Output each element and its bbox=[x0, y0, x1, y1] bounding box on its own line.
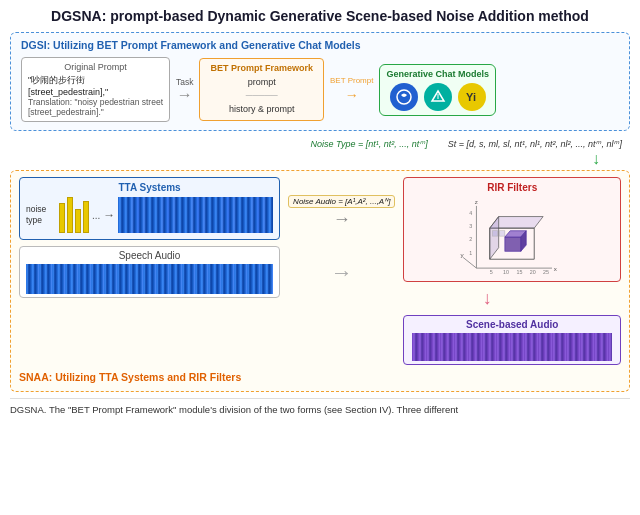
chat-icon-1 bbox=[396, 89, 412, 105]
bet-box: BET Prompt Framework prompt ───── histor… bbox=[199, 58, 324, 122]
bar-2 bbox=[67, 197, 73, 233]
speech-audio-title: Speech Audio bbox=[26, 250, 273, 261]
orig-prompt-line3: Translation: "noisy pedestrian street bbox=[28, 97, 163, 107]
tta-waveform bbox=[118, 197, 273, 233]
dots-label: ... bbox=[92, 210, 100, 221]
st-formula: St = [d, s, ml, sl, nt¹, nl¹, nt², nl², … bbox=[448, 139, 622, 149]
yellow-bars bbox=[59, 197, 89, 233]
bet-prompt-label: BET Prompt bbox=[330, 76, 373, 85]
page-title: DGSNA: prompt-based Dynamic Generative S… bbox=[10, 8, 630, 24]
noise-audio-label: Noise Audio = [A¹,A², ...,Aᴺ] bbox=[288, 195, 395, 208]
caption: DGSNA. The "BET Prompt Framework" module… bbox=[10, 398, 630, 416]
rir-3d-container: x z y 5 10 15 20 25 1 2 3 bbox=[410, 197, 614, 277]
green-down-arrow-icon: ↓ bbox=[592, 150, 600, 168]
speech-waveform bbox=[26, 264, 273, 294]
small-right-arrow-icon: → bbox=[103, 208, 115, 222]
speech-row bbox=[26, 264, 273, 294]
scene-audio-title: Scene-based Audio bbox=[412, 319, 612, 330]
bet-divider: ───── bbox=[210, 89, 313, 103]
chat-icon-2 bbox=[430, 89, 446, 105]
right-arrow-icon: → bbox=[177, 87, 193, 103]
orig-prompt-line2: [street_pedestrain]," bbox=[28, 87, 163, 97]
svg-text:25: 25 bbox=[543, 269, 549, 275]
gen-chat-box: Generative Chat Models bbox=[379, 64, 496, 116]
svg-rect-22 bbox=[505, 237, 521, 251]
orig-prompt-line4: [street_pedestrain]." bbox=[28, 107, 163, 117]
original-prompt-box: Original Prompt "吵闹的步行街 [street_pedestra… bbox=[21, 57, 170, 122]
orig-prompt-title: Original Prompt bbox=[28, 62, 163, 72]
task-label: Task bbox=[176, 77, 193, 87]
dgsi-label: DGSI: Utilizing BET Prompt Framework and… bbox=[21, 39, 619, 51]
svg-text:y: y bbox=[461, 251, 465, 258]
bet-title: BET Prompt Framework bbox=[210, 63, 313, 73]
scene-audio-waveform bbox=[412, 333, 612, 361]
gen-icons: Yi bbox=[386, 83, 489, 111]
bar-4 bbox=[83, 201, 89, 233]
noise-label: noisetype bbox=[26, 204, 56, 226]
svg-text:5: 5 bbox=[490, 269, 493, 275]
svg-line-6 bbox=[463, 257, 476, 268]
noise-audio-section: Noise Audio = [A¹,A², ...,Aᴺ] → → bbox=[288, 177, 395, 286]
svg-text:3: 3 bbox=[470, 223, 473, 229]
bet-line1: prompt bbox=[210, 76, 313, 90]
dgsi-section: DGSI: Utilizing BET Prompt Framework and… bbox=[10, 32, 630, 131]
noise-type-formula: Noise Type = [nt¹, nt², ..., ntᵐ] bbox=[311, 139, 428, 149]
long-gray-arrow-icon: → bbox=[331, 260, 353, 286]
orange-arrow-icon: → bbox=[345, 87, 359, 103]
svg-text:x: x bbox=[554, 265, 558, 272]
bar-1 bbox=[59, 203, 65, 233]
gen-chat-title: Generative Chat Models bbox=[386, 69, 489, 79]
gen-icon-3: Yi bbox=[458, 83, 486, 111]
gen-icon-1 bbox=[390, 83, 418, 111]
long-right-arrow-icon: → bbox=[333, 210, 351, 228]
svg-text:2: 2 bbox=[470, 236, 473, 242]
svg-text:20: 20 bbox=[530, 269, 536, 275]
scene-audio-box: Scene-based Audio bbox=[403, 315, 621, 365]
rir-section: RIR Filters x z y bbox=[403, 177, 621, 365]
snaa-label: SNAA: Utilizing TTA Systems and RIR Filt… bbox=[19, 371, 621, 383]
bet-line2: history & prompt bbox=[210, 103, 313, 117]
chat-icon-3: Yi bbox=[464, 89, 480, 105]
main-container: DGSNA: prompt-based Dynamic Generative S… bbox=[0, 0, 640, 424]
snaa-inner-row: TTA Systems noisetype ... → bbox=[19, 177, 621, 365]
speech-audio-box: Speech Audio bbox=[19, 246, 280, 298]
st-noise-row: Noise Type = [nt¹, nt², ..., ntᵐ] St = [… bbox=[10, 139, 630, 149]
snaa-section: TTA Systems noisetype ... → bbox=[10, 170, 630, 392]
svg-rect-25 bbox=[493, 231, 498, 236]
rir-title: RIR Filters bbox=[410, 182, 614, 193]
svg-text:Yi: Yi bbox=[466, 91, 476, 103]
svg-text:4: 4 bbox=[470, 210, 473, 216]
tta-section: TTA Systems noisetype ... → bbox=[19, 177, 280, 298]
gen-icon-2 bbox=[424, 83, 452, 111]
bar-3 bbox=[75, 209, 81, 233]
svg-text:10: 10 bbox=[503, 269, 509, 275]
down-pink-arrow-icon: ↓ bbox=[403, 288, 571, 309]
rir-3d-visualization: x z y 5 10 15 20 25 1 2 3 bbox=[457, 197, 567, 277]
tta-flow: noisetype ... → bbox=[26, 197, 273, 233]
task-arrow: Task → bbox=[176, 77, 193, 103]
orig-prompt-line1: "吵闹的步行街 bbox=[28, 74, 163, 87]
bet-prompt-arrow: BET Prompt → bbox=[330, 76, 373, 103]
dgsi-row: Original Prompt "吵闹的步行街 [street_pedestra… bbox=[21, 57, 619, 122]
down-arrow-section: ↓ bbox=[403, 288, 621, 309]
svg-text:15: 15 bbox=[517, 269, 523, 275]
svg-text:1: 1 bbox=[470, 250, 473, 256]
green-arrow-section: ↓ bbox=[10, 150, 630, 168]
rir-box: RIR Filters x z y bbox=[403, 177, 621, 282]
svg-marker-21 bbox=[490, 217, 499, 260]
svg-rect-26 bbox=[500, 231, 505, 236]
tta-title: TTA Systems bbox=[26, 182, 273, 193]
svg-text:z: z bbox=[475, 198, 478, 205]
tta-box: TTA Systems noisetype ... → bbox=[19, 177, 280, 240]
